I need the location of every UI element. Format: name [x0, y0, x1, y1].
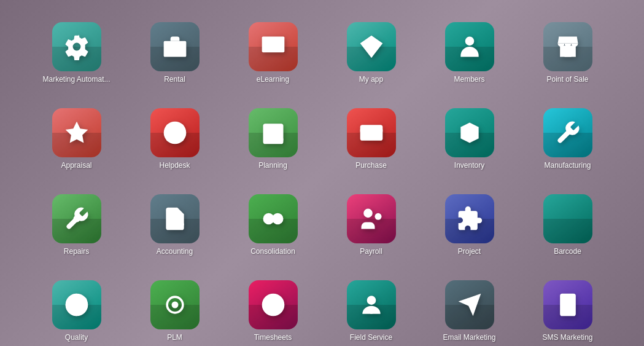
- app-label-members: Members: [454, 75, 484, 84]
- svg-text:SMS: SMS: [562, 307, 574, 313]
- app-icon-appraisal: [52, 108, 101, 157]
- app-label-inventory: Inventory: [454, 161, 484, 170]
- app-item-manufacturing[interactable]: Manufacturing: [525, 90, 611, 170]
- app-label-email-marketing: Email Marketing: [443, 333, 495, 342]
- app-label-quality: Quality: [65, 333, 88, 342]
- svg-point-35: [367, 296, 376, 305]
- app-icon-elearning: [249, 22, 298, 71]
- app-icon-timesheets: [249, 280, 298, 329]
- app-item-my-app[interactable]: My app: [328, 4, 414, 84]
- app-label-timesheets: Timesheets: [254, 333, 292, 342]
- app-item-payroll[interactable]: Payroll: [328, 176, 414, 256]
- svg-rect-15: [267, 138, 275, 141]
- app-label-payroll: Payroll: [360, 247, 382, 256]
- svg-point-27: [363, 209, 373, 218]
- app-icon-barcode: [543, 194, 592, 243]
- app-icon-consolidation: [249, 194, 298, 243]
- app-icon-marketing-automation: [52, 22, 101, 71]
- app-item-repairs[interactable]: Repairs: [34, 176, 120, 256]
- app-icon-point-of-sale: [543, 22, 592, 71]
- app-label-project: Project: [458, 247, 481, 256]
- app-icon-plm: [150, 280, 200, 329]
- svg-point-8: [170, 128, 179, 138]
- app-icon-manufacturing: [543, 108, 592, 157]
- svg-point-24: [177, 221, 184, 228]
- svg-point-36: [369, 309, 373, 313]
- app-label-purchase: Purchase: [355, 161, 387, 170]
- app-label-appraisal: Appraisal: [61, 161, 91, 170]
- app-item-plm[interactable]: PLM: [132, 262, 218, 342]
- svg-point-4: [465, 37, 474, 46]
- app-icon-project: [445, 194, 494, 243]
- svg-rect-19: [365, 135, 369, 138]
- svg-marker-6: [65, 122, 88, 143]
- app-icon-members: [445, 22, 494, 71]
- svg-rect-17: [360, 125, 382, 141]
- app-icon-rental: [150, 22, 200, 71]
- app-label-field-service: Field Service: [350, 333, 392, 342]
- app-item-email-marketing[interactable]: Email Marketing: [427, 262, 513, 342]
- app-icon-my-app: [347, 22, 396, 71]
- app-label-plm: PLM: [167, 333, 182, 342]
- svg-point-32: [171, 302, 178, 309]
- svg-rect-14: [267, 134, 278, 136]
- svg-rect-5: [564, 49, 571, 57]
- app-label-helpdesk: Helpdesk: [159, 161, 190, 170]
- app-label-point-of-sale: Point of Sale: [546, 75, 588, 84]
- app-label-sms-marketing: SMS Marketing: [542, 333, 592, 342]
- app-label-repairs: Repairs: [64, 247, 89, 256]
- app-item-elearning[interactable]: eLearning: [230, 4, 316, 84]
- app-icon-purchase: [347, 108, 396, 157]
- app-icon-quality: [52, 280, 101, 329]
- app-item-field-service[interactable]: Field Service: [328, 262, 414, 342]
- app-label-planning: Planning: [258, 161, 287, 170]
- app-item-quality[interactable]: Quality: [34, 262, 120, 342]
- app-item-planning[interactable]: Planning: [230, 90, 316, 170]
- svg-rect-29: [557, 209, 578, 229]
- app-item-point-of-sale[interactable]: Point of Sale: [525, 4, 611, 84]
- app-icon-field-service: [347, 280, 396, 329]
- app-label-elearning: eLearning: [257, 75, 289, 84]
- svg-point-28: [374, 213, 381, 220]
- app-label-rental: Rental: [164, 75, 185, 84]
- app-item-project[interactable]: Project: [427, 176, 513, 256]
- app-item-marketing-automation[interactable]: Marketing Automat...: [34, 4, 120, 84]
- app-item-rental[interactable]: Rental: [132, 4, 218, 84]
- app-icon-sms-marketing: SMS: [543, 280, 592, 329]
- app-label-manufacturing: Manufacturing: [544, 161, 591, 170]
- app-icon-helpdesk: [150, 108, 200, 157]
- app-icon-repairs: [52, 194, 101, 243]
- app-item-consolidation[interactable]: Consolidation: [230, 176, 316, 256]
- app-icon-payroll: [347, 194, 396, 243]
- app-label-marketing-automation: Marketing Automat...: [42, 75, 110, 84]
- app-icon-planning: [249, 108, 298, 157]
- app-label-my-app: My app: [359, 75, 383, 84]
- app-item-accounting[interactable]: Accounting: [132, 176, 218, 256]
- app-item-sms-marketing[interactable]: SMSSMS Marketing: [525, 262, 611, 342]
- app-item-appraisal[interactable]: Appraisal: [34, 90, 120, 170]
- app-label-accounting: Accounting: [157, 247, 193, 256]
- app-item-helpdesk[interactable]: Helpdesk: [132, 90, 218, 170]
- app-item-inventory[interactable]: Inventory: [427, 90, 513, 170]
- app-label-barcode: Barcode: [554, 247, 581, 256]
- app-item-members[interactable]: Members: [427, 4, 513, 84]
- app-icon-email-marketing: [445, 280, 494, 329]
- app-item-barcode[interactable]: Barcode: [525, 176, 611, 256]
- app-grid: Marketing Automat...RentaleLearningMy ap…: [21, 0, 623, 346]
- app-item-timesheets[interactable]: Timesheets: [230, 262, 316, 342]
- app-item-purchase[interactable]: Purchase: [328, 90, 414, 170]
- svg-point-26: [272, 213, 283, 224]
- app-label-consolidation: Consolidation: [250, 247, 295, 256]
- app-icon-accounting: [150, 194, 200, 243]
- app-icon-inventory: [445, 108, 494, 157]
